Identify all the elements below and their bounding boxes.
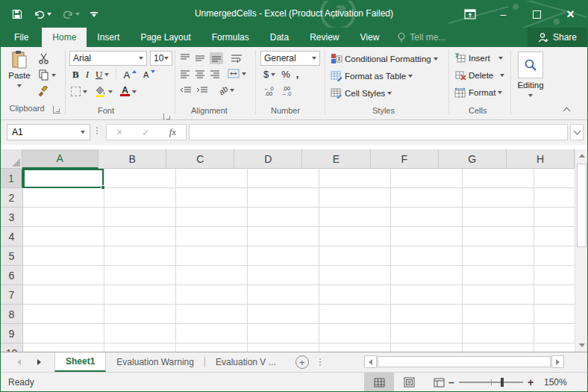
wrap-text-icon[interactable] [231, 54, 243, 63]
middle-align-icon[interactable] [195, 54, 205, 63]
sheet-tab-evaluation-v[interactable]: Evaluation V ... [205, 352, 287, 372]
formula-input[interactable] [189, 124, 568, 140]
clipboard-dialog-launcher[interactable] [53, 106, 60, 113]
sheet-tab-evaluation-warning[interactable]: Evaluation Warning [106, 352, 204, 372]
format-cells-button[interactable]: Format [454, 87, 502, 98]
column-header-h[interactable]: H [507, 149, 575, 169]
zoom-slider[interactable] [459, 382, 523, 383]
decrease-indent-icon[interactable] [180, 86, 192, 95]
row-header-5[interactable]: 5 [1, 246, 23, 266]
horizontal-scrollbar[interactable] [364, 355, 578, 369]
tab-data[interactable]: Data [260, 28, 299, 47]
row-header-4[interactable]: 4 [1, 227, 23, 246]
minimize-button[interactable]: – [487, 1, 520, 28]
cut-button[interactable] [38, 53, 49, 64]
format-painter-button[interactable] [38, 86, 49, 97]
scroll-left-button[interactable] [364, 355, 377, 368]
conditional-formatting-button[interactable]: Conditional Formatting [331, 53, 438, 64]
column-header-d[interactable]: D [234, 149, 302, 169]
share-button[interactable]: Share [528, 28, 587, 47]
row-header-10[interactable]: 10 [1, 343, 23, 352]
merge-center-caret-icon[interactable] [242, 72, 246, 75]
bold-button[interactable]: B [72, 69, 79, 81]
number-format-combo[interactable]: General [260, 51, 320, 66]
column-header-a[interactable]: A [22, 149, 99, 169]
tab-formulas[interactable]: Formulas [201, 28, 260, 47]
ribbon-display-options-button[interactable] [453, 1, 487, 28]
normal-view-button[interactable] [364, 373, 394, 392]
percent-style-button[interactable]: % [281, 69, 290, 80]
zoom-out-button[interactable]: – [448, 376, 454, 388]
decrease-decimal-button[interactable]: .00 →.0 [281, 86, 292, 96]
fill-color-caret-icon[interactable] [108, 90, 113, 93]
accounting-format-button[interactable]: $ [263, 69, 275, 80]
column-header-e[interactable]: E [302, 149, 370, 169]
tab-insert[interactable]: Insert [87, 28, 130, 47]
orientation-button[interactable]: ab [219, 86, 234, 95]
center-icon[interactable] [195, 69, 205, 78]
font-family-combo[interactable]: Arial [69, 51, 147, 66]
borders-caret-icon[interactable] [83, 90, 87, 93]
column-header-c[interactable]: C [166, 149, 234, 169]
merge-center-button[interactable] [228, 69, 246, 78]
tab-view[interactable]: View [350, 28, 390, 47]
row-header-7[interactable]: 7 [1, 285, 23, 305]
bottom-align-button[interactable] [210, 52, 223, 64]
paste-button[interactable]: Paste [7, 50, 32, 89]
borders-button[interactable] [71, 87, 87, 96]
cell-styles-button[interactable]: Cell Styles [331, 87, 392, 99]
insert-cells-button[interactable]: Insert [454, 53, 503, 63]
sheet-bar-divider[interactable] [319, 358, 321, 366]
enter-button[interactable]: ✓ [142, 127, 150, 138]
formula-bar-divider[interactable] [96, 127, 98, 134]
fill-handle[interactable] [101, 185, 105, 190]
cancel-button[interactable]: × [116, 126, 122, 138]
delete-cells-button[interactable]: Delete [454, 70, 504, 81]
font-color-button[interactable]: A [120, 87, 137, 96]
underline-button[interactable]: U [96, 69, 109, 81]
maximize-button[interactable] [520, 1, 554, 28]
sheet-nav-right-icon[interactable] [37, 359, 41, 365]
vertical-scrollbar[interactable] [575, 149, 587, 352]
zoom-in-button[interactable]: + [528, 376, 534, 388]
shrink-font-button[interactable]: A [143, 70, 155, 79]
font-size-combo[interactable]: 10 [150, 51, 172, 66]
column-header-f[interactable]: F [371, 149, 439, 169]
font-color-caret-icon[interactable] [132, 90, 137, 93]
insert-function-button[interactable]: fx [169, 126, 176, 138]
row-header-6[interactable]: 6 [1, 266, 23, 285]
vertical-scroll-thumb[interactable] [577, 164, 587, 247]
tab-home[interactable]: Home [42, 28, 87, 47]
name-box[interactable]: A1 [7, 124, 90, 140]
editing-group-button[interactable]: Editing [517, 52, 544, 99]
top-align-icon[interactable] [180, 54, 190, 63]
expand-formula-bar-button[interactable] [570, 124, 584, 140]
paste-dropdown-caret-icon[interactable] [17, 84, 22, 87]
fill-color-button[interactable] [95, 86, 113, 97]
select-all-button[interactable] [1, 149, 22, 169]
accounting-caret-icon[interactable] [271, 73, 275, 76]
row-header-3[interactable]: 3 [1, 208, 23, 227]
increase-indent-icon[interactable] [196, 86, 208, 95]
cells-area[interactable] [23, 169, 575, 352]
comma-style-button[interactable]: , [296, 69, 299, 80]
scroll-right-button[interactable] [551, 355, 564, 368]
close-button[interactable]: × [554, 1, 587, 28]
selected-cell-a1[interactable] [23, 169, 104, 188]
row-header-8[interactable]: 8 [1, 305, 23, 324]
horizontal-scroll-thumb[interactable] [378, 356, 551, 367]
align-right-icon[interactable] [210, 69, 220, 78]
column-header-b[interactable]: B [98, 149, 166, 169]
tab-file[interactable]: File [1, 28, 42, 47]
underline-caret-icon[interactable] [104, 73, 109, 76]
sheet-tab-sheet1[interactable]: Sheet1 [54, 352, 106, 372]
collapse-ribbon-button[interactable] [563, 108, 571, 115]
align-left-icon[interactable] [180, 69, 190, 78]
tell-me-box[interactable]: Tell me... [390, 28, 453, 47]
increase-decimal-button[interactable]: ←.0 .00 [263, 86, 274, 96]
row-header-2[interactable]: 2 [1, 188, 23, 208]
copy-dropdown-caret-icon[interactable] [51, 74, 56, 77]
name-box-caret-icon[interactable] [81, 131, 85, 134]
row-header-1[interactable]: 1 [1, 169, 23, 188]
orientation-caret-icon[interactable] [230, 89, 234, 92]
